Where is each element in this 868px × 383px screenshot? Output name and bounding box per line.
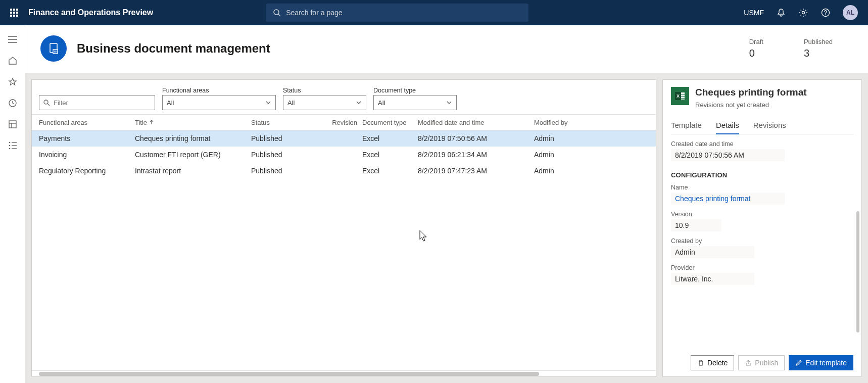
detail-subtitle: Revisions not yet created (695, 101, 807, 109)
publish-button: Publish (738, 355, 785, 370)
fa-filter-value: All (167, 99, 174, 107)
col-status[interactable]: Status (251, 119, 332, 126)
doctype-filter-value: All (378, 99, 385, 107)
workspaces-icon[interactable] (8, 119, 18, 129)
share-icon (745, 359, 752, 366)
svg-rect-27 (681, 99, 685, 100)
scrollbar-thumb[interactable] (39, 372, 539, 376)
recent-icon[interactable] (8, 98, 18, 108)
svg-point-12 (9, 142, 10, 143)
favorites-icon[interactable] (8, 77, 18, 87)
sort-asc-icon (149, 120, 154, 125)
fa-filter-label: Functional areas (162, 87, 276, 94)
created-value: 8/2/2019 07:50:56 AM (671, 149, 785, 161)
app-title: Finance and Operations Preview (28, 8, 153, 17)
grid-filter-input[interactable] (39, 95, 155, 110)
col-title[interactable]: Title (135, 119, 251, 126)
svg-point-14 (9, 148, 10, 150)
hamburger-icon[interactable] (8, 34, 18, 44)
settings-icon[interactable] (798, 8, 808, 18)
page-glyph-icon (40, 35, 67, 62)
provider-label: Provider (671, 264, 853, 271)
global-search[interactable] (266, 4, 528, 22)
name-label: Name (671, 184, 853, 191)
table-row[interactable]: Invoicing Customer FTI report (GER) Publ… (32, 147, 656, 163)
kpi-draft-value: 0 (749, 47, 763, 59)
user-avatar[interactable]: AL (843, 5, 858, 20)
name-value-link[interactable]: Cheques printing format (671, 193, 785, 205)
svg-point-0 (274, 10, 279, 15)
kpi-published: Published 3 (804, 38, 833, 59)
top-bar: Finance and Operations Preview USMF AL (0, 0, 868, 25)
kpi-published-label: Published (804, 38, 833, 45)
document-grid-panel: Functional areas All Status All (31, 79, 656, 377)
col-modtime[interactable]: Modified date and time (418, 119, 534, 126)
svg-point-4 (825, 14, 826, 15)
fa-filter-dropdown[interactable]: All (162, 95, 276, 110)
trash-icon (697, 359, 704, 366)
version-value: 10.9 (671, 219, 721, 231)
global-search-input[interactable] (286, 9, 521, 17)
svg-text:X: X (677, 93, 680, 99)
svg-rect-19 (53, 50, 58, 54)
help-icon[interactable] (821, 8, 831, 18)
chevron-down-icon (356, 100, 362, 106)
page-header: Business document management Draft 0 Pub… (25, 25, 868, 73)
doctype-filter-dropdown[interactable]: All (373, 95, 457, 110)
col-modby[interactable]: Modified by (534, 119, 585, 126)
svg-point-2 (802, 12, 805, 14)
delete-button[interactable]: Delete (691, 355, 734, 370)
svg-rect-24 (681, 92, 685, 94)
pencil-icon (795, 359, 802, 366)
svg-rect-26 (681, 97, 685, 98)
provider-value: Litware, Inc. (671, 273, 754, 285)
home-icon[interactable] (8, 56, 18, 66)
svg-rect-9 (9, 121, 16, 128)
col-revision[interactable]: Revision (332, 119, 362, 126)
app-launcher-icon[interactable] (10, 9, 18, 17)
detail-title: Cheques printing format (695, 87, 807, 98)
search-icon (273, 9, 281, 17)
table-row[interactable]: Regulatory Reporting Intrastat report Pu… (32, 163, 656, 179)
svg-rect-25 (681, 94, 685, 96)
doctype-filter-label: Document type (373, 87, 457, 94)
svg-point-20 (44, 100, 48, 104)
filter-icon (43, 99, 50, 106)
status-filter-value: All (287, 99, 295, 107)
modules-icon[interactable] (8, 140, 18, 151)
horizontal-scrollbar[interactable] (32, 370, 656, 376)
createdby-label: Created by (671, 237, 853, 245)
configuration-header: CONFIGURATION (671, 171, 853, 179)
excel-icon: X (671, 87, 689, 105)
vertical-scrollbar[interactable] (856, 211, 859, 332)
created-label: Created date and time (671, 140, 853, 148)
table-row[interactable]: Payments Cheques printing format Publish… (32, 130, 656, 147)
tab-template[interactable]: Template (671, 118, 702, 134)
col-doctype[interactable]: Document type (362, 119, 418, 126)
status-filter-label: Status (283, 87, 366, 94)
version-label: Version (671, 211, 853, 218)
svg-point-13 (9, 145, 10, 147)
detail-tabs: Template Details Revisions (671, 118, 853, 134)
kpi-published-value: 3 (804, 47, 833, 59)
chevron-down-icon (265, 100, 271, 106)
tab-revisions[interactable]: Revisions (753, 118, 786, 134)
kpi-draft: Draft 0 (749, 38, 763, 59)
left-nav (0, 25, 25, 383)
tab-details[interactable]: Details (716, 118, 739, 134)
notifications-icon[interactable] (776, 8, 786, 18)
kpi-draft-label: Draft (749, 38, 763, 45)
chevron-down-icon (446, 100, 452, 106)
svg-line-1 (278, 14, 280, 16)
detail-panel: X Cheques printing format Revisions not … (662, 79, 862, 377)
page-title: Business document management (77, 41, 270, 56)
status-filter-dropdown[interactable]: All (283, 95, 366, 110)
svg-line-21 (47, 104, 50, 106)
company-picker[interactable]: USMF (744, 9, 764, 17)
createdby-value: Admin (671, 246, 754, 258)
grid-header: Functional areas Title Status Revision D… (32, 114, 656, 130)
col-fa[interactable]: Functional areas (39, 119, 135, 126)
edit-template-button[interactable]: Edit template (789, 355, 853, 370)
